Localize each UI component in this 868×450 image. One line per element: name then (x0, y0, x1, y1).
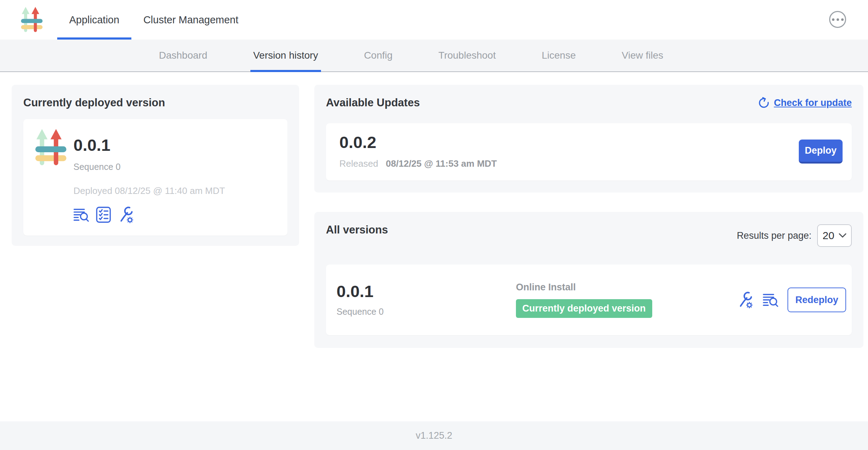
more-options-button[interactable] (829, 11, 846, 28)
all-versions-card: All versions Results per page: 20 0.0.1 … (314, 212, 863, 348)
tab-config-label: Config (364, 50, 393, 61)
released-spacer (381, 158, 383, 169)
config-wrench-icon[interactable] (118, 206, 134, 223)
version-row: 0.0.1 Sequence 0 Online Install Currentl… (326, 265, 852, 335)
tab-license-label: License (542, 50, 576, 61)
row-sequence: Sequence 0 (337, 307, 516, 317)
release-notes-diff-icon[interactable] (763, 293, 778, 307)
ellipsis-icon (841, 18, 844, 21)
deployed-action-icons (73, 206, 225, 223)
row-version-number: 0.0.1 (337, 283, 516, 300)
deploy-button[interactable]: Deploy (799, 140, 843, 164)
tab-dashboard-label: Dashboard (159, 50, 207, 61)
redeploy-button[interactable]: Redeploy (787, 288, 846, 312)
tab-config[interactable]: Config (364, 40, 393, 71)
currently-deployed-card: Currently deployed version 0.0.1 Sequenc… (12, 85, 299, 246)
app-logo-icon (35, 128, 67, 169)
available-updates-header: Available Updates Check for update (326, 96, 852, 109)
top-header: Application Cluster Management (0, 0, 868, 40)
all-versions-header: All versions Results per page: 20 (326, 224, 852, 247)
results-per-page: Results per page: 20 (737, 224, 852, 247)
version-row-source-col: Online Install Currently deployed versio… (516, 282, 652, 318)
results-per-page-value: 20 (822, 230, 834, 242)
app-subnav: Dashboard Version history Config Trouble… (0, 40, 868, 72)
release-notes-diff-icon[interactable] (73, 208, 89, 222)
console-version: v1.125.2 (416, 430, 452, 441)
tab-license[interactable]: License (542, 40, 576, 71)
update-version-number: 0.0.2 (339, 134, 852, 150)
tab-version-history-label: Version history (253, 50, 318, 61)
check-for-update-label: Check for update (774, 97, 852, 108)
chevron-down-icon (839, 233, 846, 238)
results-per-page-label: Results per page: (737, 230, 811, 241)
available-updates-card: Available Updates Check for update 0.0.2… (314, 85, 863, 193)
deployed-version-details: 0.0.1 Sequence 0 Deployed 08/12/25 @ 11:… (73, 137, 225, 223)
currently-deployed-title: Currently deployed version (23, 96, 287, 109)
app-logo-icon (20, 6, 43, 35)
released-timestamp: 08/12/25 @ 11:53 am MDT (386, 158, 497, 169)
released-label: Released (339, 158, 378, 169)
available-update-row: 0.0.2 Released 08/12/25 @ 11:53 am MDT D… (326, 123, 852, 180)
tab-view-files[interactable]: View files (622, 40, 663, 71)
available-updates-title: Available Updates (326, 96, 420, 109)
check-for-update-link[interactable]: Check for update (758, 97, 852, 108)
tab-application-label: Application (69, 14, 119, 26)
deployed-version-number: 0.0.1 (73, 137, 225, 153)
refresh-icon (758, 97, 769, 108)
tab-view-files-label: View files (622, 50, 663, 61)
ellipsis-icon (832, 18, 834, 21)
header-tabs: Application Cluster Management (57, 0, 250, 40)
install-type-label: Online Install (516, 282, 652, 293)
version-row-version-col: 0.0.1 Sequence 0 (337, 283, 516, 317)
tab-application[interactable]: Application (57, 0, 131, 40)
all-versions-title: All versions (326, 224, 388, 236)
preflight-checklist-icon[interactable] (96, 207, 111, 223)
tab-cluster-management-label: Cluster Management (143, 14, 238, 26)
update-released-line: Released 08/12/25 @ 11:53 am MDT (339, 158, 852, 169)
deployed-version-panel: 0.0.1 Sequence 0 Deployed 08/12/25 @ 11:… (23, 119, 287, 236)
results-per-page-select[interactable]: 20 (817, 224, 852, 247)
tab-cluster-management[interactable]: Cluster Management (131, 0, 250, 40)
version-row-actions: Redeploy (737, 288, 846, 312)
tab-version-history[interactable]: Version history (253, 40, 318, 71)
deployed-timestamp: Deployed 08/12/25 @ 11:40 am MDT (73, 185, 225, 196)
ellipsis-icon (837, 18, 839, 21)
tab-dashboard[interactable]: Dashboard (159, 40, 207, 71)
tab-troubleshoot[interactable]: Troubleshoot (439, 40, 496, 71)
app-footer: v1.125.2 (0, 421, 868, 450)
config-wrench-icon[interactable] (737, 291, 754, 308)
currently-deployed-badge: Currently deployed version (516, 299, 652, 318)
deployed-sequence: Sequence 0 (73, 162, 225, 172)
tab-troubleshoot-label: Troubleshoot (439, 50, 496, 61)
